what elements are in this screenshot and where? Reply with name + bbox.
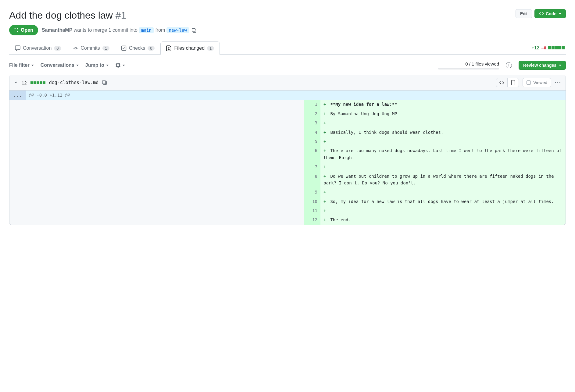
diff-line: 12+ The end.: [9, 215, 566, 224]
code-icon: [539, 11, 544, 16]
tab-checks[interactable]: Checks 0: [115, 41, 161, 55]
line-number-old: [9, 146, 26, 162]
line-number-old: [9, 109, 26, 118]
code-cell-old: [26, 146, 304, 162]
author-link[interactable]: SamanthaMP: [42, 27, 72, 33]
line-number-old: [9, 162, 26, 171]
code-cell-old: [26, 118, 304, 127]
file-icon: [511, 80, 516, 85]
line-number-old: [9, 187, 26, 197]
info-icon[interactable]: i: [506, 62, 512, 68]
jump-to-dropdown[interactable]: Jump to: [85, 62, 109, 68]
commit-icon: [73, 45, 78, 51]
code-cell-new[interactable]: + So, my idea for a new law is that all …: [320, 197, 566, 206]
code-cell-old: [26, 128, 304, 137]
diff-line: 4+ Basically, I think dogs should wear c…: [9, 128, 566, 137]
code-icon: [499, 80, 504, 85]
from-text: from: [155, 27, 165, 33]
gear-icon: [115, 62, 121, 68]
diff-line: 7+: [9, 162, 566, 171]
diff-line: 5+: [9, 137, 566, 146]
diff-line: 6+ There are too many naked dogs nowaday…: [9, 146, 566, 162]
code-button[interactable]: Code: [534, 9, 566, 18]
checkbox-icon: [527, 80, 531, 85]
line-number-new[interactable]: 11: [304, 206, 320, 215]
line-number-new[interactable]: 7: [304, 162, 320, 171]
line-number-new[interactable]: 6: [304, 146, 320, 162]
pull-request-icon: [14, 28, 19, 33]
code-cell-new[interactable]: +: [320, 162, 566, 171]
diff-line: 2+ By Samantha Ung Ung Ung MP: [9, 109, 566, 118]
line-number-new[interactable]: 2: [304, 109, 320, 118]
edit-button[interactable]: Edit: [516, 9, 532, 18]
merge-text: wants to merge 1 commit into: [74, 27, 138, 33]
source-view-button[interactable]: [496, 78, 508, 87]
diff-line: 9+: [9, 187, 566, 197]
code-cell-new[interactable]: +: [320, 118, 566, 127]
line-number-old: [9, 118, 26, 127]
line-number-new[interactable]: 12: [304, 215, 320, 224]
file-diffstat-squares: [30, 81, 45, 84]
file-filter-dropdown[interactable]: File filter: [9, 62, 34, 68]
copy-path-icon[interactable]: [102, 80, 107, 85]
code-cell-old: [26, 206, 304, 215]
line-number-old: [9, 206, 26, 215]
tab-commits[interactable]: Commits 1: [67, 41, 115, 55]
code-cell-new[interactable]: + The end.: [320, 215, 566, 224]
code-cell-old: [26, 215, 304, 224]
file-diff: 12 dog-clothes-law.md Viewed ··· ... @@ …: [9, 75, 566, 225]
code-cell-new[interactable]: + Basically, I think dogs should wear cl…: [320, 128, 566, 137]
file-diff-icon: [166, 45, 172, 51]
diff-settings-dropdown[interactable]: [115, 62, 125, 68]
diff-line: 10+ So, my idea for a new law is that al…: [9, 197, 566, 206]
line-number-new[interactable]: 4: [304, 128, 320, 137]
hunk-header-row: ... @@ -0,0 +1,12 @@: [9, 91, 566, 100]
code-cell-new[interactable]: + There are too many naked dogs nowadays…: [320, 146, 566, 162]
tab-files-changed[interactable]: Files changed 1: [160, 41, 220, 55]
code-cell-old: [26, 162, 304, 171]
diff-line: 3+: [9, 118, 566, 127]
files-viewed-progress: [438, 68, 499, 69]
code-cell-new[interactable]: + By Samantha Ung Ung Ung MP: [320, 109, 566, 118]
code-cell-new[interactable]: +: [320, 137, 566, 146]
code-cell-old: [26, 109, 304, 118]
chevron-down-icon[interactable]: [14, 80, 18, 85]
code-cell-old: [26, 172, 304, 188]
conversations-dropdown[interactable]: Conversations: [41, 62, 79, 68]
line-number-new[interactable]: 10: [304, 197, 320, 206]
line-number-old: [9, 172, 26, 188]
caret-down-icon: [559, 13, 561, 15]
code-cell-old: [26, 100, 304, 109]
copy-icon[interactable]: [192, 28, 197, 33]
diff-line: 1+ **My new idea for a law:**: [9, 100, 566, 109]
line-number-new[interactable]: 9: [304, 187, 320, 197]
code-cell-new[interactable]: +: [320, 206, 566, 215]
line-number-old: [9, 128, 26, 137]
line-number-new[interactable]: 8: [304, 172, 320, 188]
file-name[interactable]: dog-clothes-law.md: [49, 80, 99, 85]
line-number-old: [9, 100, 26, 109]
issue-number: #1: [116, 10, 127, 21]
svg-point-0: [75, 47, 77, 49]
tab-conversation[interactable]: Conversation 0: [9, 41, 67, 55]
expand-hunk-button[interactable]: ...: [9, 91, 26, 100]
line-number-old: [9, 197, 26, 206]
code-cell-new[interactable]: +: [320, 187, 566, 197]
hunk-header-text: @@ -0,0 +1,12 @@: [26, 91, 566, 100]
file-menu-button[interactable]: ···: [555, 80, 561, 86]
title-text: Add the dog clothes law: [9, 10, 113, 21]
code-cell-new[interactable]: + Do we want out children to grow up in …: [320, 172, 566, 188]
head-branch[interactable]: new-law: [166, 27, 189, 33]
base-branch[interactable]: main: [139, 27, 154, 33]
line-number-new[interactable]: 5: [304, 137, 320, 146]
code-cell-new[interactable]: + **My new idea for a law:**: [320, 100, 566, 109]
line-number-new[interactable]: 1: [304, 100, 320, 109]
rendered-view-button[interactable]: [507, 78, 519, 87]
line-number-new[interactable]: 3: [304, 118, 320, 127]
line-number-old: [9, 215, 26, 224]
code-cell-old: [26, 187, 304, 197]
diff-line: 11+: [9, 206, 566, 215]
viewed-toggle[interactable]: Viewed: [523, 78, 551, 87]
file-change-count: 12: [22, 80, 27, 85]
review-changes-button[interactable]: Review changes: [519, 61, 566, 70]
